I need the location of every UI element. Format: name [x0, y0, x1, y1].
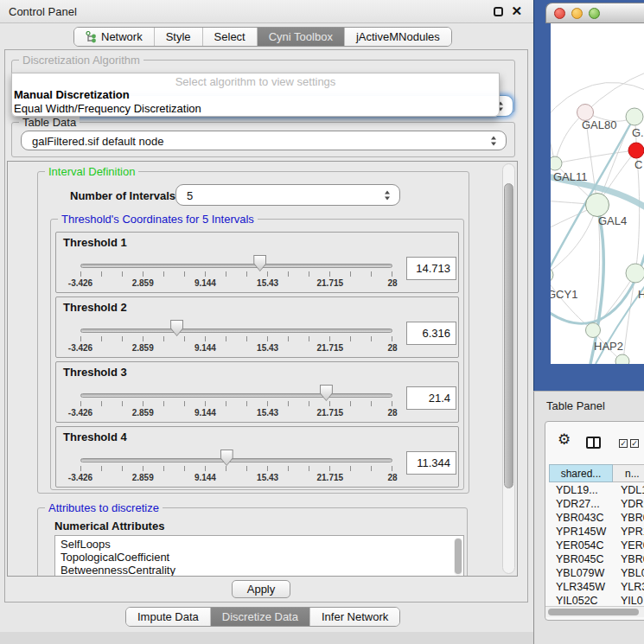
threshold-slider-track[interactable] [80, 328, 392, 333]
tab-jactivemnodules[interactable]: jActiveMNodules [345, 28, 451, 46]
scrollbar-thumb[interactable] [504, 183, 513, 488]
group-title: Threshold's Coordinates for 5 Intervals [58, 213, 258, 226]
tab-cyni-toolbox[interactable]: Cyni Toolbox [258, 28, 345, 46]
cell-name[interactable]: YPR1 [613, 525, 644, 539]
threshold-slider-track[interactable] [80, 458, 392, 462]
scrollbar-thumb[interactable] [455, 539, 462, 574]
attribute-item[interactable]: SelfLoops [61, 538, 463, 551]
close-icon[interactable]: ✕ [511, 6, 522, 16]
tab-impute-data[interactable]: Impute Data [126, 608, 211, 626]
columns-icon[interactable] [586, 437, 601, 449]
cell-name[interactable]: YBL0 [613, 566, 644, 580]
network-node[interactable] [626, 108, 643, 125]
checkbox-icon[interactable]: ✓ [630, 439, 639, 448]
table-rows[interactable]: YDL19...YDL1YDR27...YDR2YBR043CYBR0YPR14… [549, 483, 644, 605]
table-row[interactable]: YBL079WYBL0 [549, 566, 644, 580]
table-row[interactable]: YDR27...YDR2 [549, 497, 644, 511]
tick-label: 15.43 [257, 343, 278, 353]
cell-shared-name[interactable]: YIL052C [549, 594, 613, 605]
network-icon [86, 31, 97, 43]
close-light-icon[interactable] [554, 8, 565, 19]
tab-network[interactable]: Network [74, 28, 155, 46]
cell-shared-name[interactable]: YLR345W [549, 580, 613, 594]
dropdown-option-manual[interactable]: Manual Discretization [12, 88, 499, 102]
tick-label: 21.715 [317, 278, 344, 288]
apply-button[interactable]: Apply [232, 580, 290, 598]
dropdown-option-equal-width[interactable]: Equal Width/Frequency Discretization [12, 102, 499, 116]
tick-label: 28 [387, 473, 397, 482]
slider-ticks [80, 466, 393, 471]
cell-shared-name[interactable]: YBL079W [549, 566, 613, 580]
column-header-shared-name[interactable]: shared... [549, 464, 613, 482]
network-view-window: GAL80G.CGAL11GAL4GCY1HHAP2 [533, 0, 644, 391]
cell-shared-name[interactable]: YBR043C [549, 511, 613, 525]
scrollbar-thumb[interactable] [548, 609, 639, 615]
tab-style[interactable]: Style [155, 28, 203, 46]
cell-name[interactable]: YBR0 [613, 511, 644, 525]
attribute-item[interactable]: BetweennessCentrality [61, 564, 463, 577]
threshold-slider-track[interactable] [80, 264, 392, 268]
network-node[interactable] [551, 156, 562, 170]
threshold-slider-handle[interactable] [220, 450, 233, 466]
threshold-slider-handle[interactable] [253, 255, 266, 271]
gear-icon[interactable]: ⚙ [558, 432, 571, 447]
attribute-item[interactable]: TopologicalCoefficient [61, 551, 463, 564]
cell-name[interactable]: YER0 [613, 539, 644, 552]
cell-shared-name[interactable]: YDR27... [549, 497, 613, 511]
minimize-light-icon[interactable] [571, 8, 583, 19]
vertical-scrollbar[interactable] [502, 163, 515, 574]
tab-select[interactable]: Select [203, 28, 258, 46]
threshold-slider-handle[interactable] [320, 385, 333, 401]
table-row[interactable]: YER054CYER0 [549, 539, 644, 552]
table-header-row: shared... n... [549, 464, 644, 482]
window-lights [554, 8, 600, 19]
threshold-block: Threshold 4 -3.4262.8599.14415.4321.7152… [55, 426, 459, 488]
cell-shared-name[interactable]: YBR045C [549, 552, 613, 566]
attributes-list-scrollbar[interactable] [454, 538, 462, 576]
checkbox-icon[interactable]: ✓ [619, 439, 628, 448]
tab-discretize-data[interactable]: Discretize Data [211, 608, 310, 626]
zoom-light-icon[interactable] [589, 8, 600, 19]
cell-name[interactable]: YBR0 [613, 552, 644, 566]
threshold-label: Threshold 2 [63, 301, 127, 314]
column-header-name[interactable]: n... [613, 464, 644, 482]
threshold-value-field[interactable]: 11.344 [406, 451, 456, 475]
threshold-value-field[interactable]: 6.316 [406, 322, 456, 345]
threshold-value-field[interactable]: 14.713 [406, 257, 456, 280]
tab-infer-network[interactable]: Infer Network [310, 608, 399, 626]
cell-name[interactable]: YDL1 [613, 483, 644, 497]
table-row[interactable]: YDL19...YDL1 [549, 483, 644, 497]
cell-shared-name[interactable]: YPR145W [549, 525, 613, 539]
network-node[interactable] [626, 264, 644, 283]
network-node[interactable] [586, 323, 601, 338]
table-toolbar: ⚙ ✓ ✓ [545, 422, 644, 463]
threshold-label: Threshold 1 [63, 236, 127, 249]
table-row[interactable]: YBR045CYBR0 [549, 552, 644, 566]
tick-label: 9.144 [194, 408, 216, 418]
cell-name[interactable]: YDR2 [613, 497, 644, 511]
cell-shared-name[interactable]: YER054C [549, 539, 613, 552]
node-label: G. [632, 126, 644, 139]
horizontal-scrollbar[interactable] [545, 606, 644, 617]
num-intervals-spinner[interactable]: 5 [175, 184, 400, 206]
tick-label: 2.859 [132, 408, 154, 418]
table-row[interactable]: YLR345WYLR3 [549, 580, 644, 594]
table-data-combobox[interactable]: galFiltered.sif default node [21, 131, 507, 150]
network-node[interactable] [586, 194, 609, 217]
network-canvas[interactable]: GAL80G.CGAL11GAL4GCY1HHAP2 [551, 23, 644, 364]
table-row[interactable]: YBR043CYBR0 [549, 511, 644, 525]
cell-name[interactable]: YLR3 [613, 580, 644, 594]
table-row[interactable]: YPR145WYPR1 [549, 525, 644, 539]
group-title: Attributes to discretize [45, 501, 163, 514]
threshold-slider-track[interactable] [80, 393, 392, 398]
threshold-slider-handle[interactable] [170, 320, 183, 336]
table-row[interactable]: YIL052CYIL0 [549, 594, 644, 605]
numerical-attributes-list[interactable]: SelfLoopsTopologicalCoefficientBetweenne… [54, 535, 464, 577]
network-node[interactable] [615, 354, 629, 364]
float-window-icon[interactable] [494, 7, 503, 16]
cell-name[interactable]: YIL0 [613, 594, 644, 605]
tick-label: -3.426 [68, 473, 92, 482]
network-node[interactable] [628, 143, 644, 158]
threshold-value-field[interactable]: 21.4 [406, 386, 456, 410]
cell-shared-name[interactable]: YDL19... [549, 483, 613, 497]
